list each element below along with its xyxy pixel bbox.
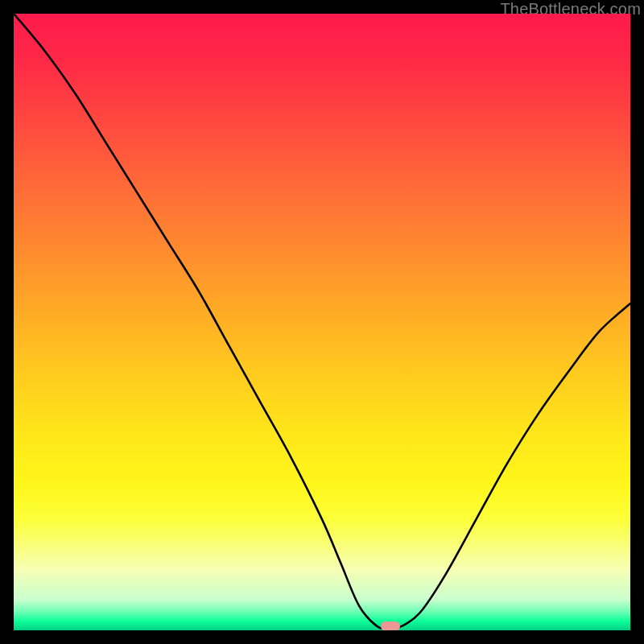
optimal-point-marker — [381, 621, 400, 630]
plot-area — [14, 14, 630, 630]
bottleneck-curve — [14, 14, 630, 630]
chart-frame: TheBottleneck.com — [0, 0, 644, 644]
